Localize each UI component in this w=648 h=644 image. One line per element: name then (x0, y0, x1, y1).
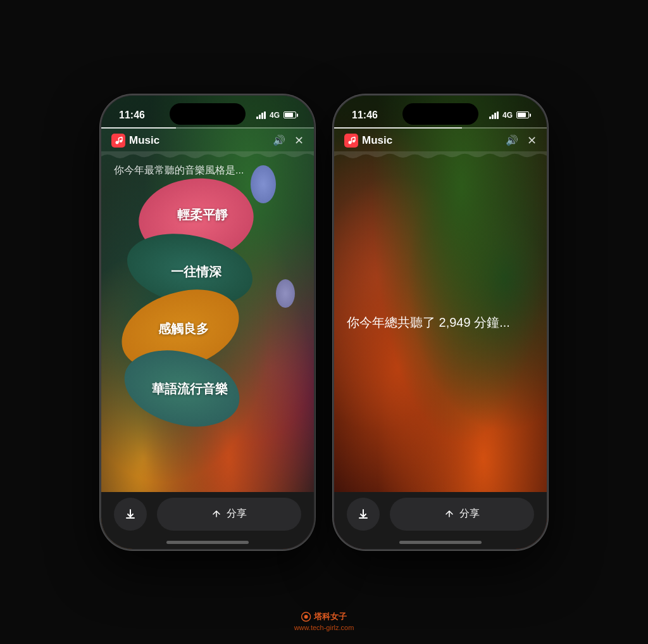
phone-2-download-button[interactable] (347, 498, 380, 531)
phone-2-screen: 11:46 4G (334, 96, 547, 549)
phone-1-download-button[interactable] (114, 498, 147, 531)
svg-point-11 (304, 615, 308, 619)
music-app-icon (111, 134, 125, 148)
phone-2-progress-bar (334, 127, 547, 129)
phone-1-dynamic-island (170, 103, 246, 125)
phone-2-main-text: 你今年總共聽了 2,949 分鐘... (347, 313, 534, 332)
phone-2-story-actions[interactable]: 🔊 ✕ (506, 134, 537, 148)
phone-1-story-bar: Music 🔊 ✕ (101, 127, 314, 153)
close-icon[interactable]: ✕ (294, 134, 304, 148)
phone-2-battery-icon (516, 111, 529, 118)
phone-2-music-logo: Music (344, 134, 392, 148)
volume-icon[interactable]: 🔊 (273, 134, 285, 146)
network-type: 4G (270, 111, 280, 120)
phone-2-signal-icon (489, 111, 499, 119)
phone-2-share-label: 分享 (459, 507, 480, 521)
app-name-label: Music (129, 134, 159, 147)
progress-bar (101, 127, 314, 129)
phone-2-torn-paper-top (334, 151, 547, 163)
svg-line-3 (119, 137, 123, 138)
torn-paper-top (101, 151, 314, 163)
phone-1-status-bar: 11:46 4G (101, 96, 314, 127)
phone-1-home-indicator (166, 541, 249, 544)
phone-2-close-icon[interactable]: ✕ (527, 134, 537, 148)
watermark: 塔科女子 www.tech-girlz.com (294, 611, 354, 631)
phone-2-home-indicator (399, 541, 482, 544)
phone-1-bottom-bar: 分享 (101, 492, 314, 549)
phone-2-music-app-icon (344, 134, 358, 148)
music-logo: Music (111, 134, 159, 148)
blob-blue-green (119, 344, 245, 432)
phone-1-screen: 輕柔平靜 一往情深 感觸良多 華語流行音樂 11:46 4G (101, 96, 314, 549)
phone-2-app-name-label: Music (362, 134, 392, 147)
watermark-logo: 塔科女子 (294, 611, 354, 622)
phone-2-status-icons: 4G (489, 111, 529, 120)
battery-icon (284, 111, 296, 118)
story-actions[interactable]: 🔊 ✕ (273, 134, 304, 148)
phone-2-share-button[interactable]: 分享 (390, 498, 534, 531)
phone-2-bottom-bar: 分享 (334, 492, 547, 549)
signal-icon (256, 111, 266, 119)
svg-line-8 (352, 137, 356, 138)
scene: 輕柔平靜 一往情深 感觸良多 華語流行音樂 11:46 4G (100, 94, 548, 550)
phone-2-status-bar: 11:46 4G (334, 96, 547, 127)
phone-1-share-label: 分享 (227, 507, 247, 521)
phone-2-story-bar: Music 🔊 ✕ (334, 127, 547, 153)
phone-1-status-icons: 4G (256, 111, 296, 120)
phone-1: 輕柔平靜 一往情深 感觸良多 華語流行音樂 11:46 4G (100, 94, 315, 550)
blob-container: 輕柔平靜 一往情深 感觸良多 華語流行音樂 (101, 159, 314, 486)
watermark-site-name: 塔科女子 (314, 611, 347, 622)
phone-1-share-button[interactable]: 分享 (157, 498, 301, 531)
phone-2-network-type: 4G (502, 111, 513, 120)
phone-1-time: 11:46 (119, 110, 145, 121)
phone-2-dynamic-island (402, 103, 478, 125)
phone-2: 11:46 4G (333, 94, 548, 550)
watermark-url: www.tech-girlz.com (294, 624, 354, 631)
blob-small-blue2 (276, 279, 295, 308)
phone-2-volume-icon[interactable]: 🔊 (506, 134, 518, 146)
phone-2-time: 11:46 (352, 110, 378, 121)
phone-1-story-title: 你今年最常聽的音樂風格是... (114, 164, 301, 177)
